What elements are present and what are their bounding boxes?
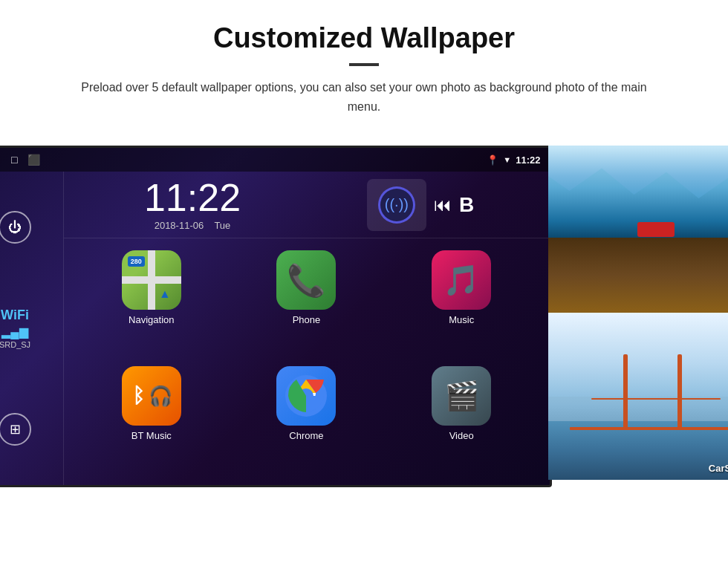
wallpaper-thumbnails: CarSetting [548, 146, 729, 480]
phone-symbol: 📞 [287, 262, 325, 299]
music-symbol: 🎵 [443, 263, 480, 298]
screen-body: ⏻ WiFi ▂▄▆ SRD_SJ ⊞ 11:22 [0, 172, 550, 485]
status-time: 11:22 [516, 154, 540, 166]
wallpaper-golden-gate[interactable]: CarSetting [548, 313, 729, 480]
app-music[interactable]: 🎵 Music [389, 250, 535, 357]
app-video-label: Video [449, 430, 474, 441]
tower-right [677, 354, 682, 429]
bluetooth-symbol: ᛒ [132, 384, 145, 408]
home-button-icon[interactable]: ○ [0, 154, 1, 166]
app-phone-label: Phone [293, 314, 321, 325]
screenshot-icon[interactable]: ⬛ [27, 154, 40, 166]
media-widget: ((·)) [367, 179, 426, 231]
map-road-vertical [148, 250, 155, 310]
power-icon: ⏻ [8, 220, 22, 235]
app-phone[interactable]: 📞 Phone [233, 250, 380, 357]
video-icon: 🎬 [432, 366, 491, 426]
recents-button-icon[interactable]: □ [11, 154, 17, 166]
app-chrome-label: Chrome [289, 430, 323, 441]
status-indicators: 📍 ▼ 11:22 [487, 154, 540, 166]
bridge-cable [591, 398, 721, 400]
wifi-signal-bars: ▂▄▆ [0, 325, 30, 339]
headphone-symbol: 🎧 [149, 385, 172, 408]
bridge-deck [570, 427, 729, 430]
ice-formation [548, 146, 729, 221]
app-bt-music[interactable]: ᛒ 🎧 BT Music [79, 366, 225, 473]
red-object [637, 222, 675, 237]
music-icon: 🎵 [432, 250, 491, 310]
main-grid: 11:22 2018-11-06 Tue ((·)) ⏮ [64, 172, 550, 485]
wifi-icon: ▼ [503, 155, 511, 164]
media-prev-icon[interactable]: ⏮ [434, 195, 452, 215]
app-grid: 280 ▲ Navigation 📞 Phone [64, 238, 550, 485]
clock-display: 11:22 2018-11-06 Tue [79, 178, 307, 231]
bt-music-icon: ᛒ 🎧 [122, 366, 181, 426]
apps-grid-icon: ⊞ [10, 421, 21, 437]
app-music-label: Music [449, 314, 474, 325]
clapboard-symbol: 🎬 [444, 380, 479, 412]
chrome-icon [276, 366, 336, 426]
app-navigation[interactable]: 280 ▲ Navigation [79, 250, 225, 357]
map-pin-icon: ▲ [159, 287, 171, 301]
wifi-ssid: SRD_SJ [0, 340, 30, 349]
nav-buttons: ◁ ○ □ ⬛ [0, 154, 40, 166]
navigation-icon: 280 ▲ [122, 250, 181, 310]
apps-button[interactable]: ⊞ [0, 413, 31, 446]
clock-row: 11:22 2018-11-06 Tue ((·)) ⏮ [64, 172, 550, 238]
app-chrome[interactable]: Chrome [233, 366, 380, 473]
wifi-widget: ((·)) [378, 186, 415, 224]
status-bar: ◁ ○ □ ⬛ 📍 ▼ 11:22 [0, 148, 550, 172]
media-controls: ((·)) ⏮ B [307, 179, 535, 231]
wifi-info: WiFi ▂▄▆ SRD_SJ [0, 307, 30, 349]
media-letter-icon: B [459, 193, 474, 217]
page-description: Preload over 5 default wallpaper options… [74, 78, 654, 116]
car-setting-overlay-label[interactable]: CarSetting [709, 463, 728, 474]
page-header: Customized Wallpaper Preload over 5 defa… [0, 0, 728, 131]
wifi-signal-icon: ((·)) [385, 196, 409, 213]
phone-icon: 📞 [276, 250, 336, 310]
device-showcase: ◁ ○ □ ⬛ 📍 ▼ 11:22 ⏻ WiFi ▂▄▆ SRD [0, 131, 728, 502]
app-navigation-label: Navigation [129, 314, 174, 325]
power-button[interactable]: ⏻ [0, 211, 31, 244]
clock-time: 11:22 [79, 178, 307, 217]
wallpaper-ice-cave[interactable] [548, 146, 729, 313]
water [548, 421, 729, 480]
android-screen: ◁ ○ □ ⬛ 📍 ▼ 11:22 ⏻ WiFi ▂▄▆ SRD [0, 146, 552, 487]
tower-left [623, 354, 628, 429]
chrome-svg [284, 374, 328, 418]
clock-date: 2018-11-06 Tue [79, 220, 307, 231]
map-highway-badge: 280 [128, 256, 145, 267]
rock-base [548, 238, 729, 313]
title-divider [349, 63, 379, 66]
app-video[interactable]: 🎬 Video [389, 366, 535, 473]
page-title: Customized Wallpaper [45, 22, 683, 54]
sidebar: ⏻ WiFi ▂▄▆ SRD_SJ ⊞ [0, 172, 64, 485]
app-bt-music-label: BT Music [131, 430, 172, 441]
sky [548, 313, 729, 397]
wifi-label: WiFi [0, 307, 30, 323]
gps-icon: 📍 [487, 154, 498, 166]
